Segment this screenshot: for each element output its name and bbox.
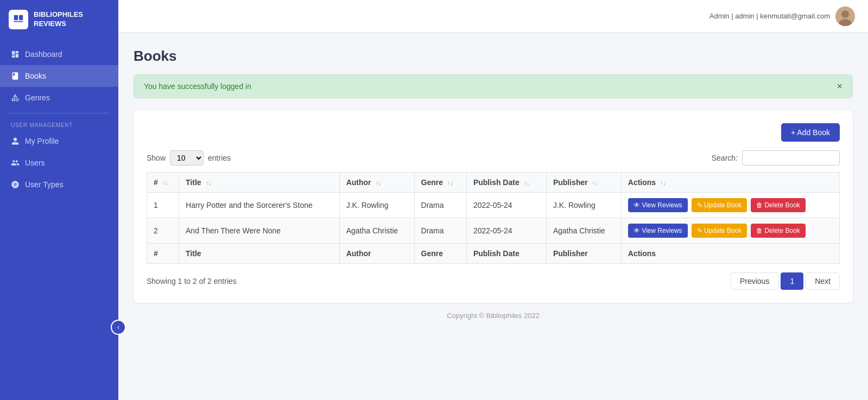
table-row: 1 Harry Potter and the Sorcerer's Stone … [147, 193, 840, 218]
next-button[interactable]: Next [806, 272, 840, 290]
delete-book-button[interactable]: 🗑 Delete Book [751, 224, 806, 238]
cell-title: Harry Potter and the Sorcerer's Stone [179, 193, 340, 218]
footer: Copyright © Bibliophiles 2022 [134, 303, 853, 328]
footer-col-title: Title [179, 244, 340, 264]
add-book-button[interactable]: + Add Book [781, 123, 840, 142]
cell-author: Agatha Christie [339, 218, 414, 244]
footer-col-author: Author [339, 244, 414, 264]
sidebar-item-books-label: Books [25, 72, 46, 80]
view-reviews-button[interactable]: 👁 View Reviews [628, 198, 688, 212]
books-table: # ↑↓ Title ↑↓ Author ↑↓ Genre ↑↓ Publish… [147, 172, 840, 264]
svg-rect-2 [14, 21, 23, 22]
footer-col-genre: Genre [414, 244, 466, 264]
entries-select[interactable]: 10 25 50 100 [170, 150, 204, 166]
avatar [835, 7, 855, 26]
sidebar-item-my-profile-label: My Profile [25, 137, 59, 145]
show-entries-control: Show 10 25 50 100 entries [147, 150, 231, 166]
col-author: Author ↑↓ [339, 173, 414, 193]
table-header-row: # ↑↓ Title ↑↓ Author ↑↓ Genre ↑↓ Publish… [147, 173, 840, 193]
cell-num: 1 [147, 193, 179, 218]
table-row: 2 And Then There Were None Agatha Christ… [147, 218, 840, 244]
alert-close-button[interactable]: × [837, 81, 842, 91]
sidebar-collapse-button[interactable]: ‹ [111, 320, 126, 335]
user-management-label: USER MANAGEMENT [0, 118, 118, 130]
cell-title: And Then There Were None [179, 218, 340, 244]
sidebar-item-user-types-label: User Types [25, 180, 64, 189]
col-title: Title ↑↓ [179, 173, 340, 193]
cell-actions: 👁 View Reviews ✎ Update Book 🗑 Delete Bo… [621, 218, 839, 244]
footer-col-actions: Actions [621, 244, 839, 264]
sidebar-divider [9, 113, 110, 113]
cell-publish-date: 2022-05-24 [466, 218, 546, 244]
logo-icon [9, 10, 28, 29]
svg-point-4 [841, 10, 849, 18]
content-area: Books You have successfully logged in × … [118, 33, 868, 400]
col-publisher: Publisher ↑↓ [546, 173, 621, 193]
alert-banner: You have successfully logged in × [134, 74, 853, 98]
cell-genre: Drama [414, 193, 466, 218]
header: Admin | admin | kenmutati@gmail.com [118, 0, 868, 33]
sidebar-logo: BIBLIOPHILES REVIEWS [0, 0, 118, 39]
col-num: # ↑↓ [147, 173, 179, 193]
cell-publisher: Agatha Christie [546, 218, 621, 244]
sidebar-item-books[interactable]: Books [0, 65, 118, 87]
user-text: Admin | admin | kenmutati@gmail.com [709, 12, 830, 20]
col-actions: Actions ↑↓ [621, 173, 839, 193]
update-book-button[interactable]: ✎ Update Book [692, 224, 747, 238]
search-input[interactable] [742, 150, 840, 166]
cell-actions: 👁 View Reviews ✎ Update Book 🗑 Delete Bo… [621, 193, 839, 218]
footer-col-num: # [147, 244, 179, 264]
sidebar: BIBLIOPHILES REVIEWS Dashboard Books Gen… [0, 0, 118, 400]
footer-col-publisher: Publisher [546, 244, 621, 264]
sidebar-item-users-label: Users [25, 158, 45, 167]
page-1-button[interactable]: 1 [781, 272, 803, 290]
table-footer-row: # Title Author Genre Publish Date Publis… [147, 244, 840, 264]
table-body: 1 Harry Potter and the Sorcerer's Stone … [147, 193, 840, 244]
cell-num: 2 [147, 218, 179, 244]
previous-button[interactable]: Previous [731, 272, 778, 290]
cell-author: J.K. Rowling [339, 193, 414, 218]
col-genre: Genre ↑↓ [414, 173, 466, 193]
user-info: Admin | admin | kenmutati@gmail.com [709, 7, 855, 26]
page-title: Books [134, 48, 853, 65]
update-book-button[interactable]: ✎ Update Book [692, 198, 747, 212]
cell-genre: Drama [414, 218, 466, 244]
svg-rect-1 [19, 15, 23, 20]
cell-publisher: J.K. Rowling [546, 193, 621, 218]
main-area: Admin | admin | kenmutati@gmail.com Book… [118, 0, 868, 400]
svg-rect-0 [14, 15, 18, 20]
table-card: + Add Book Show 10 25 50 100 entries Sea… [134, 110, 853, 303]
cell-publish-date: 2022-05-24 [466, 193, 546, 218]
view-reviews-button[interactable]: 👁 View Reviews [628, 224, 688, 238]
col-publish-date: Publish Date ↑↓ [466, 173, 546, 193]
logo-text: BIBLIOPHILES REVIEWS [34, 10, 83, 29]
search-area: Search: [712, 150, 840, 166]
pagination: Previous 1 Next [731, 272, 840, 290]
alert-message: You have successfully logged in [144, 82, 251, 91]
search-label: Search: [712, 154, 738, 162]
sidebar-item-user-types[interactable]: User Types [0, 174, 118, 195]
sidebar-item-users[interactable]: Users [0, 152, 118, 174]
sidebar-item-dashboard[interactable]: Dashboard [0, 43, 118, 65]
sidebar-item-my-profile[interactable]: My Profile [0, 130, 118, 152]
sidebar-item-genres-label: Genres [25, 93, 50, 102]
entries-label: entries [208, 154, 231, 162]
delete-book-button[interactable]: 🗑 Delete Book [751, 198, 806, 212]
showing-text: Showing 1 to 2 of 2 entries [147, 277, 237, 285]
show-label: Show [147, 154, 166, 162]
copyright-text: Copyright © Bibliophiles 2022 [447, 312, 540, 320]
table-toolbar-top: + Add Book [147, 123, 840, 142]
sidebar-item-genres[interactable]: Genres [0, 87, 118, 109]
table-controls: Show 10 25 50 100 entries Search: [147, 150, 840, 166]
footer-col-publish-date: Publish Date [466, 244, 546, 264]
sidebar-item-dashboard-label: Dashboard [25, 50, 62, 59]
table-footer: Showing 1 to 2 of 2 entries Previous 1 N… [147, 272, 840, 290]
